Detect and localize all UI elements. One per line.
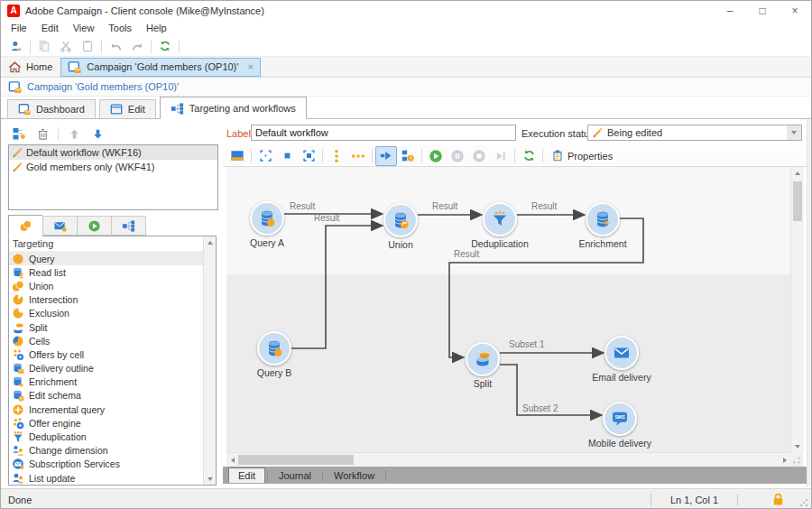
workflow-canvas[interactable]: Result Result Result Result Result Subse… — [226, 167, 803, 467]
properties-button[interactable]: Properties — [546, 146, 618, 166]
node-union[interactable] — [383, 203, 418, 237]
workflow-list-item[interactable]: Gold members only (WKF41) — [9, 160, 217, 174]
palette-item[interactable]: List update — [9, 471, 216, 485]
canvas-vertical-scrollbar[interactable] — [790, 167, 804, 452]
delete-workflow-button[interactable] — [32, 124, 53, 143]
scroll-up-icon[interactable] — [204, 236, 216, 248]
schedule-button[interactable] — [397, 146, 419, 166]
scroll-down-icon[interactable] — [791, 440, 803, 452]
window-resize-grip-icon[interactable] — [799, 498, 808, 507]
step-button[interactable] — [490, 146, 512, 166]
refresh-button[interactable] — [154, 36, 176, 56]
scroll-up-icon[interactable] — [791, 167, 803, 179]
cut-button[interactable] — [55, 36, 77, 56]
scroll-down-icon[interactable] — [204, 473, 216, 485]
workflow-list-toolbar — [8, 124, 217, 143]
node-label: Query B — [229, 367, 319, 378]
palette-item[interactable]: Read list — [9, 265, 216, 279]
menu-file[interactable]: File — [4, 22, 34, 34]
scroll-right-icon[interactable] — [779, 454, 790, 466]
paste-button[interactable] — [77, 36, 98, 56]
pause-button[interactable] — [447, 146, 468, 166]
scrollbar-thumb[interactable] — [238, 455, 354, 465]
bottom-tab-edit[interactable]: Edit — [228, 467, 265, 483]
add-workflow-button[interactable] — [8, 124, 30, 143]
node-query-b[interactable] — [257, 331, 291, 366]
close-button[interactable]: × — [779, 1, 811, 20]
stop-button[interactable] — [468, 146, 490, 166]
minimize-button[interactable]: – — [714, 1, 746, 20]
bottom-tab-journal[interactable]: Journal — [270, 469, 320, 482]
scroll-left-icon[interactable] — [226, 454, 238, 466]
chevron-down-icon[interactable] — [787, 125, 801, 140]
orientation-toggle-button[interactable] — [375, 146, 397, 166]
cells-icon — [12, 335, 24, 347]
edge-label: Subset 1 — [509, 339, 544, 349]
palette-item[interactable]: Intersection — [9, 293, 216, 307]
palette-item[interactable]: Edit schema — [9, 389, 216, 403]
node-email-delivery[interactable] — [604, 336, 639, 370]
zoom-100-button[interactable] — [276, 146, 298, 166]
node-split[interactable] — [466, 342, 500, 376]
move-down-button[interactable] — [87, 124, 108, 143]
tab-dashboard[interactable]: Dashboard — [7, 99, 96, 118]
canvas-horizontal-scrollbar[interactable] — [226, 452, 790, 467]
copy-button[interactable] — [33, 36, 55, 56]
scrollbar-thumb[interactable] — [793, 181, 802, 221]
breadcrumb-link[interactable]: Campaign 'Gold members (OP10)' — [27, 81, 179, 92]
palette-item[interactable]: Incremental query — [9, 403, 216, 416]
palette-item[interactable]: Cells — [9, 334, 216, 347]
node-query-a[interactable] — [250, 201, 284, 236]
node-mobile-delivery[interactable]: SMS — [603, 402, 637, 436]
user-connect-button[interactable] — [5, 36, 27, 56]
palette-tab-targeting[interactable] — [8, 215, 42, 236]
zoom-selection-button[interactable] — [298, 146, 319, 166]
pencil-icon — [592, 127, 603, 138]
tab-targeting-and-workflows[interactable]: Targeting and workflows — [160, 97, 307, 119]
palette-tab-execution[interactable] — [77, 216, 111, 236]
outer-scrollbar-gutter[interactable] — [807, 119, 812, 486]
workflow-label-input[interactable] — [251, 125, 516, 141]
palette-item[interactable]: Union — [9, 279, 216, 292]
menu-help[interactable]: Help — [139, 22, 174, 34]
home-tab[interactable]: Home — [5, 60, 60, 74]
campaign-document-tab[interactable]: Campaign 'Gold members (OP10)' × — [60, 58, 260, 77]
palette-item[interactable]: Offer engine — [9, 416, 216, 430]
palette-scrollbar[interactable] — [203, 236, 216, 485]
bottom-tab-workflow[interactable]: Workflow — [325, 469, 383, 482]
start-button[interactable] — [425, 146, 447, 166]
palette-tab-flow-control[interactable] — [111, 216, 146, 236]
workflow-list-item[interactable]: Default workflow (WKF16) — [9, 145, 217, 160]
node-enrichment[interactable] — [586, 202, 620, 236]
execution-status-select[interactable]: Being edited — [587, 125, 802, 141]
display-mode-button[interactable] — [226, 146, 248, 166]
redo-button[interactable] — [126, 36, 148, 56]
palette-item[interactable]: Exclusion — [9, 307, 216, 320]
undo-button[interactable] — [105, 36, 126, 56]
horizontal-layout-button[interactable] — [347, 146, 369, 166]
vertical-layout-button[interactable] — [326, 146, 347, 166]
palette-item[interactable]: Change dimension — [9, 444, 216, 458]
tab-close-icon[interactable]: × — [247, 61, 253, 72]
palette-tab-deliveries[interactable] — [42, 216, 77, 236]
zoom-fit-button[interactable] — [254, 146, 276, 166]
tab-edit[interactable]: Edit — [99, 99, 156, 118]
canvas-bottom-tabs: Edit Journal Workflow — [223, 467, 807, 484]
palette-item[interactable]: Delivery outline — [9, 362, 216, 375]
palette-item[interactable]: Offers by cell — [9, 347, 216, 361]
arrow-down-icon — [91, 127, 105, 141]
targeting-icon — [19, 219, 32, 233]
maximize-button[interactable]: □ — [746, 1, 779, 20]
palette-item[interactable]: Query — [9, 252, 216, 265]
palette-item[interactable]: Split — [9, 320, 216, 334]
palette-item[interactable]: Enrichment — [9, 375, 216, 389]
menu-edit[interactable]: Edit — [34, 22, 66, 34]
palette-item[interactable]: Subscription Services — [9, 458, 216, 471]
move-up-button[interactable] — [63, 124, 85, 143]
refresh-canvas-button[interactable] — [518, 146, 540, 166]
menu-tools[interactable]: Tools — [101, 22, 139, 34]
menu-view[interactable]: View — [66, 22, 102, 34]
palette-item[interactable]: Deduplication — [9, 430, 216, 443]
node-deduplication[interactable] — [483, 202, 517, 236]
execution-status-caption: Execution status: — [521, 128, 597, 139]
